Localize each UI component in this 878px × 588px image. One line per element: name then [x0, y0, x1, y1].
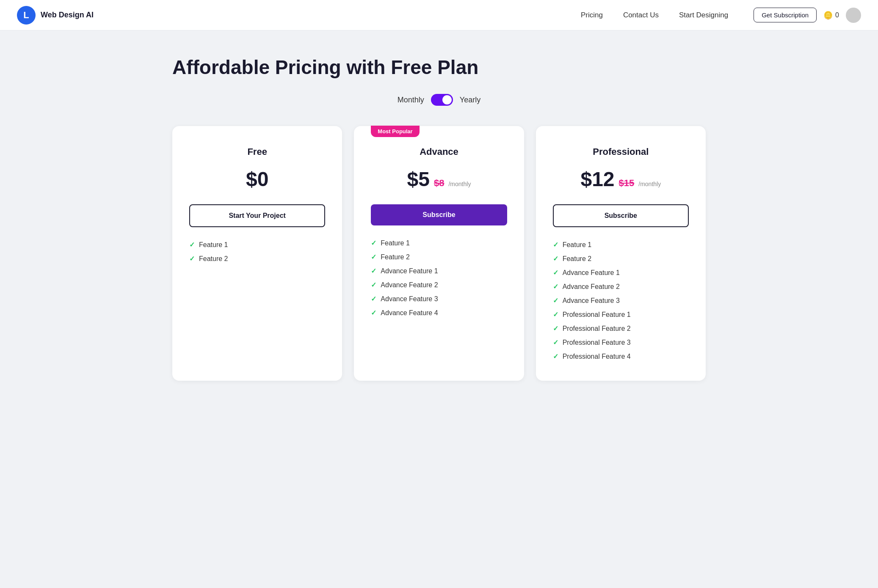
check-icon: ✓ — [553, 269, 558, 277]
get-subscription-button[interactable]: Get Subscription — [754, 8, 817, 22]
feature-item: ✓ Professional Feature 1 — [553, 310, 689, 319]
toggle-knob — [442, 95, 452, 104]
page-title: Affordable Pricing with Free Plan — [172, 56, 706, 79]
feature-item: ✓ Advance Feature 3 — [371, 295, 507, 303]
feature-item: ✓ Feature 2 — [189, 255, 325, 263]
plan-title-free: Free — [189, 146, 325, 157]
plan-card-advance: Most Popular Advance $5 $8 /monthly Subs… — [354, 126, 524, 381]
user-avatar[interactable] — [846, 8, 861, 23]
main-content: Affordable Pricing with Free Plan Monthl… — [155, 30, 723, 415]
check-icon: ✓ — [553, 310, 558, 319]
coin-icon: 🪙 — [823, 11, 833, 20]
billing-monthly-label: Monthly — [398, 96, 424, 104]
feature-item: ✓ Feature 1 — [189, 241, 325, 249]
price-original-advance: $8 — [434, 178, 444, 189]
check-icon: ✓ — [553, 297, 558, 305]
plan-price-advance: $5 $8 /monthly — [371, 168, 507, 191]
most-popular-badge: Most Popular — [371, 126, 419, 137]
feature-item: ✓ Feature 1 — [371, 239, 507, 247]
feature-item: ✓ Feature 1 — [553, 241, 689, 249]
plan-price-free: $0 — [189, 168, 325, 191]
subscribe-professional-button[interactable]: Subscribe — [553, 204, 689, 227]
feature-item: ✓ Advance Feature 1 — [553, 269, 689, 277]
check-icon: ✓ — [553, 283, 558, 291]
feature-item: ✓ Professional Feature 3 — [553, 338, 689, 346]
plan-title-advance: Advance — [371, 146, 507, 157]
check-icon: ✓ — [553, 324, 558, 332]
feature-item: ✓ Advance Feature 2 — [371, 281, 507, 289]
nav-links: Pricing Contact Us Start Designing — [581, 11, 728, 19]
logo-text: Web Design AI — [41, 11, 94, 19]
nav-logo[interactable]: L Web Design AI — [17, 6, 94, 25]
coins-count: 0 — [835, 11, 839, 19]
check-icon: ✓ — [371, 253, 376, 261]
pricing-cards-grid: Free $0 Start Your Project ✓ Feature 1 ✓… — [172, 126, 706, 381]
feature-item: ✓ Advance Feature 1 — [371, 267, 507, 275]
feature-item: ✓ Feature 2 — [553, 255, 689, 263]
nav-link-pricing[interactable]: Pricing — [581, 11, 603, 19]
nav-link-contact[interactable]: Contact Us — [623, 11, 659, 19]
plan-price-professional: $12 $15 /monthly — [553, 168, 689, 191]
check-icon: ✓ — [553, 352, 558, 360]
check-icon: ✓ — [371, 267, 376, 275]
nav-link-start-designing[interactable]: Start Designing — [679, 11, 728, 19]
feature-item: ✓ Advance Feature 2 — [553, 283, 689, 291]
price-value-advance: $5 — [407, 168, 430, 191]
price-value-free: $0 — [246, 168, 268, 191]
check-icon: ✓ — [553, 241, 558, 249]
start-project-button[interactable]: Start Your Project — [189, 204, 325, 227]
check-icon: ✓ — [371, 295, 376, 303]
feature-item: ✓ Advance Feature 4 — [371, 309, 507, 317]
navbar: L Web Design AI Pricing Contact Us Start… — [0, 0, 878, 30]
billing-toggle-switch[interactable] — [431, 94, 453, 106]
feature-item: ✓ Professional Feature 2 — [553, 324, 689, 332]
coins-display: 🪙 0 — [823, 11, 839, 20]
plan-card-professional: Professional $12 $15 /monthly Subscribe … — [536, 126, 706, 381]
features-list-advance: ✓ Feature 1 ✓ Feature 2 ✓ Advance Featur… — [371, 239, 507, 317]
check-icon: ✓ — [189, 241, 195, 249]
check-icon: ✓ — [553, 338, 558, 346]
plan-card-free: Free $0 Start Your Project ✓ Feature 1 ✓… — [172, 126, 342, 381]
check-icon: ✓ — [189, 255, 195, 263]
price-period-professional: /monthly — [638, 181, 661, 187]
logo-icon: L — [17, 6, 36, 25]
check-icon: ✓ — [371, 281, 376, 289]
price-period-advance: /monthly — [448, 181, 471, 187]
feature-item: ✓ Professional Feature 4 — [553, 352, 689, 360]
subscribe-advance-button[interactable]: Subscribe — [371, 204, 507, 225]
plan-title-professional: Professional — [553, 146, 689, 157]
price-value-professional: $12 — [580, 168, 614, 191]
feature-item: ✓ Feature 2 — [371, 253, 507, 261]
nav-actions: Get Subscription 🪙 0 — [754, 8, 861, 23]
billing-toggle: Monthly Yearly — [172, 94, 706, 106]
check-icon: ✓ — [553, 255, 558, 263]
check-icon: ✓ — [371, 309, 376, 317]
features-list-free: ✓ Feature 1 ✓ Feature 2 — [189, 241, 325, 263]
price-original-professional: $15 — [619, 178, 635, 189]
check-icon: ✓ — [371, 239, 376, 247]
billing-yearly-label: Yearly — [460, 96, 480, 104]
features-list-professional: ✓ Feature 1 ✓ Feature 2 ✓ Advance Featur… — [553, 241, 689, 360]
feature-item: ✓ Advance Feature 3 — [553, 297, 689, 305]
